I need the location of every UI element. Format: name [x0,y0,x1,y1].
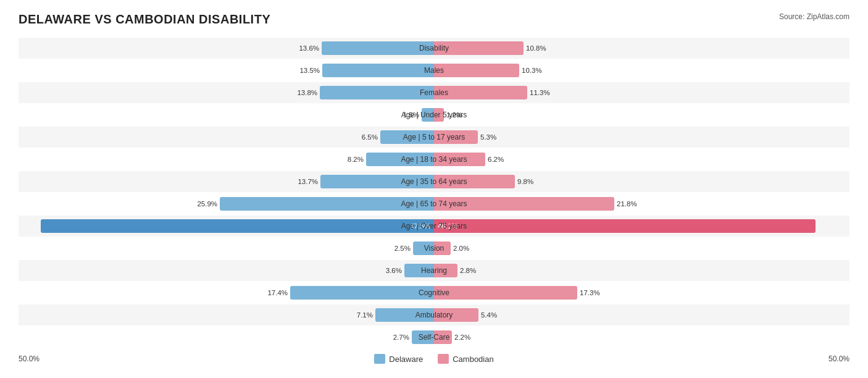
row-label: Cognitive [419,288,449,297]
row-label: Age | Under 5 years [401,111,467,119]
left-value: 2.5% [394,245,411,252]
chart-row: 2.7%2.2%Self-Care [19,327,849,348]
row-label: Females [420,88,448,97]
right-axis-label: 50.0% [828,355,849,363]
source-label: Source: ZipAtlas.com [779,12,849,21]
left-value: 17.4% [267,289,288,296]
chart-row: 17.4%17.3%Cognitive [19,282,849,303]
left-bar [320,86,434,99]
cambodian-legend-label: Cambodian [453,355,494,364]
left-value: 13.6% [299,44,319,52]
left-value: 13.7% [298,178,318,185]
row-label: Age | 35 to 64 years [401,177,467,186]
right-value: 10.3% [522,67,542,74]
left-bar [290,286,434,300]
row-label: Age | 5 to 17 years [403,133,465,141]
row-label: Age | 18 to 34 years [401,155,467,164]
chart-row: 8.2%6.2%Age | 18 to 34 years [19,149,849,170]
left-value: 13.5% [299,67,320,74]
right-value: 11.3% [530,89,550,96]
chart-row: 3.6%2.8%Hearing [19,260,849,281]
left-value: 3.6% [386,267,402,274]
row-label: Self-Care [419,333,450,342]
left-value: 13.8% [297,89,317,96]
right-value: 6.2% [488,156,504,163]
chart-row: 25.9%21.8%Age | 65 to 74 years [19,193,849,214]
row-label: Males [424,66,444,75]
right-value: 2.8% [460,267,476,274]
page-container: DELAWARE VS CAMBODIAN DISABILITY Source:… [19,12,849,364]
chart-footer: 50.0% Delaware Cambodian 50.0% [19,354,849,364]
chart-row: 13.5%10.3%Males [19,60,849,81]
right-value: 2.0% [453,245,469,252]
chart-row: 13.7%9.8%Age | 35 to 64 years [19,171,849,192]
chart-row: 2.5%2.0%Vision [19,238,849,259]
chart-row: 13.6%10.8%Disability [19,38,849,59]
chart-row: 47.5%46.1%Age | Over 75 years [19,216,849,237]
legend: Delaware Cambodian [374,354,493,364]
right-bar [434,219,816,233]
right-value: 10.8% [526,44,546,52]
left-value: 2.7% [393,334,409,341]
row-label: Age | Over 75 years [401,222,467,230]
left-bar [322,64,434,77]
chart-title: DELAWARE VS CAMBODIAN DISABILITY [19,12,270,27]
chart-row: 6.5%5.3%Age | 5 to 17 years [19,127,849,148]
row-label: Hearing [421,266,447,275]
chart-row: 1.5%1.2%Age | Under 5 years [19,104,849,125]
right-value: 5.3% [480,133,496,141]
chart-row: 13.8%11.3%Females [19,82,849,103]
right-value: 9.8% [517,178,533,185]
chart-header: DELAWARE VS CAMBODIAN DISABILITY Source:… [19,12,849,27]
chart-area: 13.6%10.8%Disability13.5%10.3%Males13.8%… [19,38,849,348]
left-bar [322,41,434,55]
row-label: Ambulatory [415,311,453,319]
right-value: 17.3% [580,289,600,296]
right-bar [434,286,577,300]
row-label: Disability [419,44,449,52]
right-bar [434,64,519,77]
delaware-legend-box [374,354,385,364]
row-label: Age | 65 to 74 years [401,200,467,208]
right-value: 5.4% [481,311,497,319]
left-bar [41,219,434,233]
left-value: 7.1% [357,311,373,319]
right-value: 21.8% [617,200,637,208]
legend-delaware: Delaware [374,354,423,364]
legend-cambodian: Cambodian [438,354,494,364]
left-value: 25.9% [197,200,217,208]
left-axis-label: 50.0% [19,355,40,363]
left-value: 6.5% [362,133,378,141]
row-label: Vision [424,244,444,253]
chart-row: 7.1%5.4%Ambulatory [19,304,849,326]
cambodian-legend-box [438,354,449,364]
right-value: 2.2% [454,334,470,341]
delaware-legend-label: Delaware [389,355,423,364]
left-value: 8.2% [348,156,364,163]
